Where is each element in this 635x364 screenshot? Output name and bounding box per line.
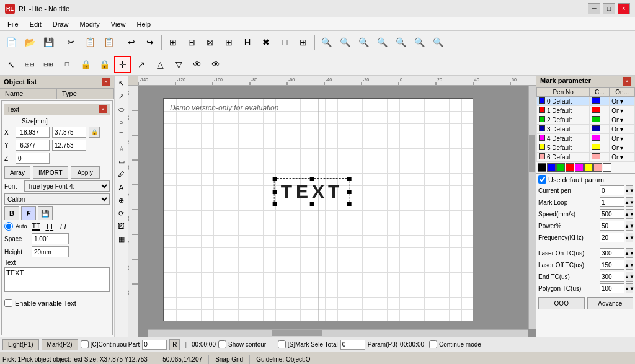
handle-mr[interactable] [347,190,351,194]
toolbar-zoom-out-btn[interactable]: 🔍 [336,33,353,51]
bold-button[interactable]: B [4,206,19,220]
import-button[interactable]: IMPORT [33,166,68,179]
tool-node[interactable]: ↗ [115,90,128,102]
tool-plus[interactable]: ⊕ [115,194,128,206]
toolbar-paste-btn[interactable]: 📋 [100,33,117,51]
radio-auto[interactable] [4,222,13,231]
mark-loop-spin[interactable]: ▲▼ [626,197,633,207]
end-tc-spin[interactable]: ▲▼ [626,272,633,282]
handle-tr[interactable] [347,177,351,181]
tool-circle[interactable]: ○ [115,116,128,128]
swatch-black[interactable] [538,163,546,172]
mark-loop-input[interactable] [600,197,624,207]
menu-view[interactable]: View [106,19,131,29]
toolbar-save-btn[interactable]: 💾 [40,33,57,51]
tool-select[interactable]: ↖ [115,77,128,89]
menu-file[interactable]: File [2,19,24,29]
v-scrollbar[interactable] [528,86,536,329]
handle-bm[interactable] [310,202,314,206]
tool-select2-btn[interactable]: ⊟⊞ [40,56,57,73]
swatch-white[interactable] [603,163,611,172]
toolbar-rect-btn[interactable]: □ [276,33,293,51]
continuous-part-checkbox[interactable] [81,340,89,348]
laser-on-input[interactable] [600,248,624,258]
power-spin[interactable]: ▲▼ [626,221,633,231]
tool-barcode[interactable]: ▦ [115,233,128,246]
tool-mirror-v-btn[interactable]: ▽ [170,56,187,73]
toolbar-copy-btn[interactable]: 📋 [81,33,99,51]
toolbar-zoom-all-btn[interactable]: 🔍 [392,33,409,51]
font-name-select[interactable]: Calibri [4,193,110,205]
tool-center-align-btn[interactable]: ✛ [114,56,131,73]
toolbar-grid5-btn[interactable]: ⊞ [295,33,312,51]
tool-text[interactable]: A [115,181,128,193]
speed-spin[interactable]: ▲▼ [626,209,633,219]
swatch-blue[interactable] [547,163,556,172]
h-scrollbar[interactable] [148,329,528,337]
laser-on-spin[interactable]: ▲▼ [626,248,633,258]
tool-select1-btn[interactable]: ⊞⊟ [21,56,38,73]
swatch-magenta[interactable] [575,163,584,172]
ooo-button[interactable]: OOO [538,297,585,309]
use-default-checkbox[interactable] [538,175,546,184]
laser-off-spin[interactable]: ▲▼ [626,260,633,270]
tool-eye1-btn[interactable]: 👁 [189,56,206,73]
toolbar-redo-btn[interactable]: ↪ [141,33,159,51]
toolbar-zoom-in-btn[interactable]: 🔍 [318,33,335,51]
handle-br[interactable] [347,202,351,206]
handle-tm[interactable] [310,177,314,181]
toolbar-zoom-sel-btn[interactable]: 🔍 [373,33,391,51]
text-panel-close-btn[interactable]: × [99,105,107,113]
z-position-input[interactable] [16,153,50,164]
object-list-close-btn[interactable]: × [102,78,110,86]
y-size-input[interactable] [52,140,86,151]
toolbar-h-btn[interactable]: H [239,33,256,51]
toolbar-zoom-fit-btn[interactable]: 🔍 [355,33,372,51]
toolbar-grid4-btn[interactable]: ⊞ [220,33,238,51]
enable-variable-checkbox[interactable] [4,299,12,307]
mark-sele-checkbox[interactable] [278,340,286,348]
v-scroll-thumb[interactable] [529,135,535,172]
h-scroll-thumb[interactable] [272,330,322,336]
speed-input[interactable] [600,209,624,219]
menu-edit[interactable]: Edit [25,19,47,29]
tool-star[interactable]: ☆ [115,142,128,154]
current-pen-spin[interactable]: ▲▼ [626,185,633,195]
end-tc-input[interactable] [600,272,624,282]
advance-button[interactable]: Advance [587,297,634,309]
minimize-button[interactable]: ─ [588,3,600,14]
menu-modify[interactable]: Modify [74,19,104,29]
mark-param-close-btn[interactable]: × [623,77,631,86]
toolbar-x-btn[interactable]: ✖ [257,33,275,51]
swatch-green[interactable] [556,163,565,172]
handle-bl[interactable] [273,202,277,206]
swatch-yellow[interactable] [584,163,593,172]
tool-image[interactable]: 🖼 [115,220,128,233]
array-button[interactable]: Array [4,166,30,179]
tool-mirror-h-btn[interactable]: △ [151,56,169,73]
apply-button[interactable]: Apply [71,166,100,179]
tool-lock1-btn[interactable]: 🔒 [77,56,94,73]
toolbar-zoom-prev-btn[interactable]: 🔍 [411,33,428,51]
freq-input[interactable] [600,233,624,242]
handle-ml[interactable] [273,190,277,194]
current-pen-input[interactable] [600,185,624,195]
power-input[interactable] [600,221,624,231]
show-contour-checkbox[interactable] [218,340,226,348]
save-font-button[interactable]: 💾 [38,206,53,220]
polygon-tc-input[interactable] [600,283,624,293]
menu-help[interactable]: Help [131,19,156,29]
light-button[interactable]: Light(P1) [2,339,39,350]
menu-draw[interactable]: Draw [48,19,74,29]
handle-tl[interactable] [273,177,277,181]
y-position-input[interactable] [16,140,50,151]
space-input[interactable] [32,233,69,244]
toolbar-pan-btn[interactable]: 🔍 [429,33,446,51]
tool-ellipse[interactable]: ⬭ [115,103,128,115]
x-position-input[interactable] [16,127,50,138]
tool-pointer-btn[interactable]: ↖ [2,56,20,73]
toolbar-open-btn[interactable]: 📂 [21,33,38,51]
tool-pen[interactable]: 🖊 [115,168,128,180]
laser-off-input[interactable] [600,260,624,270]
text-content-area[interactable]: TEXT [4,267,110,292]
